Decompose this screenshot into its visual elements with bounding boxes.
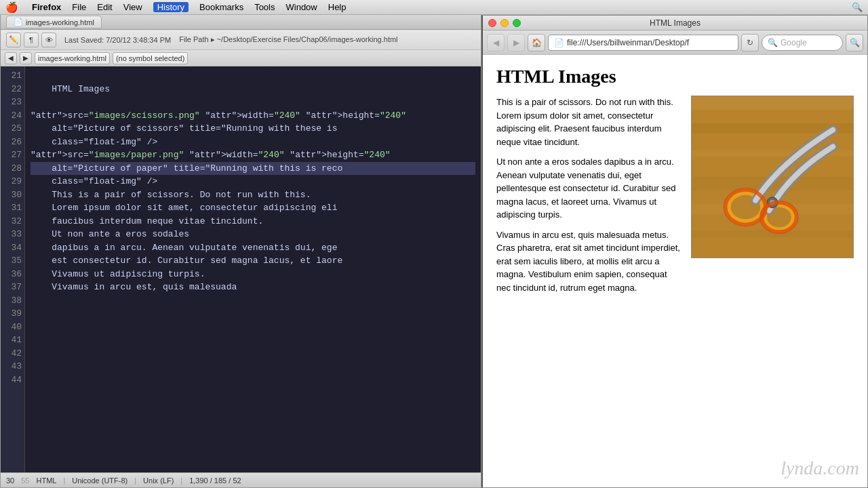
format-icon-btn[interactable]: ¶ [24,33,39,47]
editor-tab-icon: 📄 [14,18,23,26]
nav-back-btn[interactable]: ◀ [5,52,17,64]
browser-title: HTML Images [650,18,701,28]
menu-view[interactable]: View [123,2,142,12]
traffic-lights [488,19,521,27]
browser-content: HTML Images This is a pair of scissors. … [483,55,867,487]
reload-btn[interactable]: ↻ [741,34,759,52]
menu-history[interactable]: History [153,2,189,12]
browser-toolbar: ◀ ▶ 🏠 📄 file:///Users/billweinman/Deskto… [483,30,867,55]
line-numbers: 2122232425262728293031323334353637383940… [1,66,25,472]
status-row-indicator: 30 [6,476,14,485]
menu-window[interactable]: Window [286,2,317,12]
editor-toolbar: ✏️ ¶ 👁 [6,33,56,47]
url-bar[interactable]: 📄 file:///Users/billweinman/Desktop/f [548,35,738,51]
search-submit-btn[interactable]: 🔍 [846,34,863,52]
spotlight-icon[interactable]: 🔍 [852,2,863,12]
editor-info-bar: ✏️ ¶ 👁 Last Saved: 7/20/12 3:48:34 PM Fi… [1,30,481,50]
code-area: 2122232425262728293031323334353637383940… [1,66,481,472]
search-bar[interactable]: 🔍 Google [762,35,843,51]
browser-titlebar: HTML Images [483,16,867,30]
status-lang[interactable]: HTML [37,476,57,485]
browser-window: HTML Images ◀ ▶ 🏠 📄 file:///Users/billwe… [481,15,868,488]
status-bar: 30 55 HTML | Unicode (UTF-8) | Unix (LF)… [1,472,481,487]
editor-file-path: File Path ▸ ~/Desktop/Exercise Files/Cha… [179,35,397,44]
url-text: file:///Users/billweinman/Desktop/f [567,38,689,47]
page-paragraph: This is a pair of scissors. Do not run w… [496,96,680,148]
home-btn[interactable]: 🏠 [528,34,545,52]
editor-window: 📄 images-working.html ✏️ ¶ 👁 Last Saved:… [0,15,481,488]
search-text: Google [781,38,807,47]
page-content-area: This is a pair of scissors. Do not run w… [496,96,854,301]
nav-forward-btn[interactable]: ▶ [20,52,32,64]
apple-menu[interactable]: 🍎 [5,1,18,14]
menu-firefox[interactable]: Firefox [32,2,61,12]
editor-info-saved: Last Saved: 7/20/12 3:48:34 PM [64,36,171,44]
editor-tab-label: images-working.html [26,18,94,26]
page-text: This is a pair of scissors. Do not run w… [496,96,680,301]
url-scheme-icon: 📄 [554,38,564,47]
menu-tools[interactable]: Tools [254,2,275,12]
symbol-selector[interactable]: (no symbol selected) [113,52,189,64]
lynda-watermark: lynda.com [781,458,859,479]
status-line-ending[interactable]: Unix (LF) [143,476,174,485]
scissors-image [691,96,854,258]
page-paragraph: Vivamus in arcu est, quis malesuada metu… [496,228,680,295]
editor-nav-bar: ◀ ▶ images-working.html (no symbol selec… [1,50,481,66]
svg-rect-1 [692,96,853,110]
file-selector[interactable]: images-working.html [35,52,110,64]
menu-help[interactable]: Help [328,2,347,12]
minimize-btn[interactable] [500,19,509,27]
close-btn[interactable] [488,19,496,27]
status-position: 1,390 / 185 / 52 [189,476,241,485]
preview-icon-btn[interactable]: 👁 [41,33,56,47]
status-encoding[interactable]: Unicode (UTF-8) [72,476,127,485]
menu-bookmarks[interactable]: Bookmarks [199,2,243,12]
code-content[interactable]: HTML Images "attr">src="images/scissors.… [25,66,481,472]
editor-tab-bar: 📄 images-working.html [1,15,481,30]
search-icon: 🔍 [768,38,778,47]
edit-icon-btn[interactable]: ✏️ [6,33,21,47]
mac-menubar: 🍎 Firefox File Edit View History Bookmar… [0,0,868,15]
editor-tab[interactable]: 📄 images-working.html [6,16,102,28]
menu-file[interactable]: File [72,2,86,12]
forward-btn[interactable]: ▶ [507,34,525,52]
page-paragraph: Ut non ante a eros sodales dapibus a in … [496,155,680,222]
back-btn[interactable]: ◀ [487,34,505,52]
menu-edit[interactable]: Edit [97,2,112,12]
maximize-btn[interactable] [513,19,521,27]
page-heading: HTML Images [496,66,854,87]
